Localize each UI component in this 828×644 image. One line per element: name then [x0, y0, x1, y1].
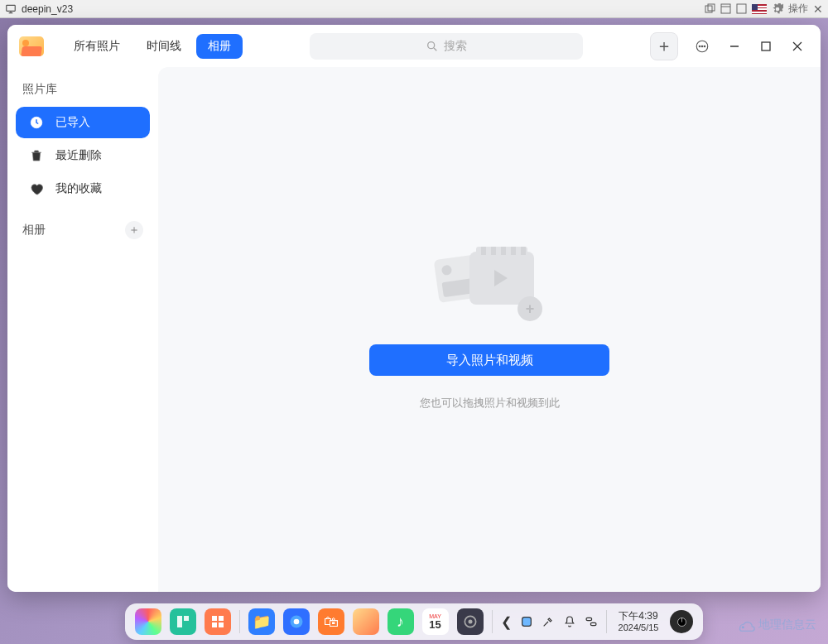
content-area: 导入照片和视频 您也可以拖拽照片和视频到此 — [158, 67, 821, 592]
sidebar-item-label: 最近删除 — [55, 148, 102, 163]
svg-rect-27 — [522, 618, 531, 627]
photo-app-icon[interactable] — [353, 608, 379, 635]
bell-icon[interactable] — [563, 615, 576, 628]
app-store-icon[interactable]: 🛍 — [318, 608, 344, 635]
toolbar: 所有照片 时间线 相册 搜索 ＋ — [7, 25, 821, 67]
vm-action-label[interactable]: 操作 — [788, 2, 808, 16]
svg-rect-17 — [177, 616, 182, 627]
sidebar: 照片库 已导入 最近删除 我的收藏 相册 ＋ — [7, 67, 158, 592]
vm-close-icon[interactable]: ✕ — [813, 2, 823, 16]
svg-rect-3 — [721, 4, 730, 13]
tab-bar: 所有照片 时间线 相册 — [62, 34, 243, 59]
music-icon[interactable]: ♪ — [388, 608, 414, 635]
eyedropper-icon[interactable] — [542, 615, 555, 628]
plus-badge-icon — [518, 296, 542, 321]
tray-app-icon[interactable] — [520, 615, 533, 628]
multitask-icon[interactable] — [170, 608, 196, 635]
tab-all-photos[interactable]: 所有照片 — [62, 34, 132, 59]
tab-timeline[interactable]: 时间线 — [135, 34, 193, 59]
svg-rect-28 — [586, 618, 592, 620]
sidebar-album-header: 相册 ＋ — [16, 216, 150, 249]
drag-hint: 您也可以拖拽照片和视频到此 — [420, 396, 560, 411]
clock[interactable]: 下午4:39 2024/5/15 — [615, 610, 662, 633]
vm-window-icon[interactable] — [720, 3, 731, 14]
file-manager-icon[interactable]: 📁 — [248, 608, 275, 635]
dock: 📁 🛍 ♪ MAY15 ❮ 下午4:39 2024/5/15 — [125, 603, 704, 640]
flag-icon[interactable] — [752, 4, 767, 14]
system-tray: ❮ — [501, 614, 598, 630]
calendar-icon[interactable]: MAY15 — [422, 608, 449, 635]
vm-maximize-icon[interactable] — [736, 3, 747, 14]
vm-title: deepin_v23 — [22, 3, 705, 15]
vm-restore-icon[interactable] — [705, 3, 715, 14]
svg-rect-29 — [590, 622, 596, 625]
grid-icon[interactable] — [205, 608, 231, 635]
minimize-button[interactable] — [726, 38, 743, 55]
svg-point-26 — [468, 620, 472, 624]
vm-titlebar: deepin_v23 操作 ✕ — [0, 0, 828, 18]
close-button[interactable] — [789, 38, 806, 55]
add-album-button[interactable]: ＋ — [125, 221, 143, 239]
svg-rect-5 — [737, 4, 746, 13]
add-button[interactable]: ＋ — [650, 32, 678, 60]
svg-rect-1 — [705, 6, 712, 12]
svg-rect-18 — [184, 616, 189, 621]
sidebar-item-trash[interactable]: 最近删除 — [16, 140, 150, 171]
tab-album[interactable]: 相册 — [196, 34, 243, 59]
svg-point-9 — [699, 46, 700, 47]
svg-point-10 — [701, 46, 703, 47]
more-menu-button[interactable] — [693, 37, 711, 55]
dock-region: 📁 🛍 ♪ MAY15 ❮ 下午4:39 2024/5/15 — [0, 599, 828, 644]
launcher-icon[interactable] — [135, 608, 161, 635]
toggles-icon[interactable] — [585, 615, 598, 628]
import-button[interactable]: 导入照片和视频 — [369, 344, 609, 376]
app-icon — [19, 36, 44, 56]
toolbar-right: ＋ — [650, 32, 806, 60]
sidebar-library-header: 照片库 — [16, 77, 150, 107]
svg-rect-20 — [219, 616, 224, 621]
library-title: 照片库 — [22, 82, 57, 97]
empty-state-illustration — [431, 248, 547, 324]
trash-icon — [29, 148, 44, 163]
gear-icon[interactable] — [772, 3, 783, 15]
svg-rect-22 — [219, 622, 224, 627]
svg-rect-21 — [212, 622, 217, 627]
heart-icon — [29, 181, 44, 196]
svg-line-7 — [434, 48, 436, 50]
maximize-button[interactable] — [758, 38, 774, 55]
tray-chevron-icon[interactable]: ❮ — [501, 614, 512, 630]
power-button[interactable] — [670, 610, 693, 633]
sidebar-item-label: 我的收藏 — [55, 181, 102, 196]
svg-point-6 — [428, 41, 435, 48]
search-icon — [426, 40, 439, 53]
control-center-icon[interactable] — [457, 608, 484, 635]
album-section-title: 相册 — [22, 223, 46, 238]
svg-rect-19 — [212, 616, 217, 621]
search-input[interactable]: 搜索 — [310, 33, 583, 60]
svg-point-11 — [704, 46, 705, 47]
sidebar-item-favorites[interactable]: 我的收藏 — [16, 173, 150, 204]
search-placeholder: 搜索 — [444, 39, 467, 54]
svg-rect-2 — [708, 4, 715, 11]
svg-point-24 — [293, 619, 299, 625]
app-window: 所有照片 时间线 相册 搜索 ＋ 照片库 已导入 — [7, 25, 821, 592]
svg-rect-0 — [7, 5, 16, 11]
vm-controls: 操作 ✕ — [705, 2, 823, 16]
clock-icon — [29, 115, 44, 130]
svg-rect-13 — [762, 42, 770, 50]
more-icon — [695, 39, 710, 54]
monitor-icon — [5, 3, 17, 15]
browser-icon[interactable] — [283, 608, 310, 635]
sidebar-item-label: 已导入 — [55, 115, 90, 130]
sidebar-item-imported[interactable]: 已导入 — [16, 107, 150, 138]
